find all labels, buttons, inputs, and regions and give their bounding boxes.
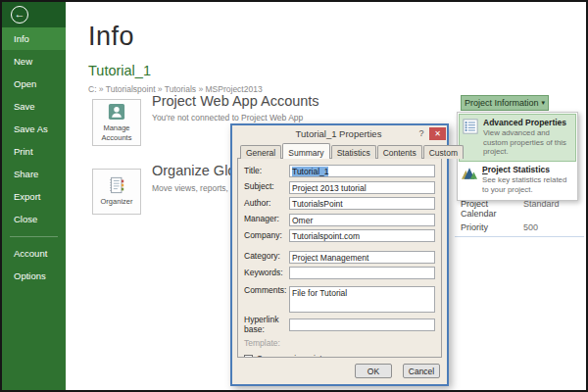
company-input[interactable]: Tutorialspoint.com — [289, 229, 435, 242]
tab-statistics[interactable]: Statistics — [331, 145, 376, 159]
section-heading-web-app: Project Web App Accounts — [152, 93, 319, 109]
field-keywords: Keywords: — [244, 267, 435, 279]
stat-priority: Priority 500 — [461, 222, 584, 232]
back-arrow-icon: ← — [15, 8, 25, 20]
sidebar-item-account[interactable]: Account — [2, 242, 66, 265]
title-input[interactable]: Tutorial_1 — [289, 165, 435, 177]
person-icon — [108, 103, 125, 121]
back-band: ← — [2, 2, 66, 27]
manage-accounts-label: Manage Accounts — [93, 123, 140, 142]
hyperlink-base-input[interactable] — [289, 318, 435, 331]
field-title: Title: Tutorial_1 — [244, 165, 435, 177]
field-category: Category: Project Management — [244, 251, 435, 264]
dropdown-caret-icon: ▾ — [542, 99, 546, 107]
sidebar-item-print[interactable]: Print — [2, 140, 66, 163]
cancel-button[interactable]: Cancel — [403, 364, 440, 378]
field-company: Company: Tutorialspoint.com — [244, 229, 435, 242]
dialog-titlebar[interactable]: Tutorial_1 Properties ? ✕ — [232, 125, 447, 141]
project-information-button[interactable]: Project Information ▾ — [461, 95, 549, 111]
project-information-menu: Advanced Properties View advanced and cu… — [457, 112, 578, 201]
manage-accounts-button[interactable]: Manage Accounts — [92, 99, 141, 146]
project-statistics-title: Project Statistics — [482, 165, 573, 174]
field-subject: Subject: Project 2013 tutorial — [244, 181, 435, 194]
close-icon[interactable]: ✕ — [429, 127, 446, 140]
stat-project-calendar: Project Calendar Standard — [461, 199, 584, 219]
organizer-button[interactable]: Organizer — [92, 169, 141, 215]
dialog-title: Tutorial_1 Properties — [262, 128, 416, 139]
sidebar-item-options[interactable]: Options — [2, 265, 66, 287]
ok-button[interactable]: OK — [355, 364, 392, 378]
sidebar-divider — [10, 236, 58, 237]
advanced-properties-desc: View advanced and custom properties of t… — [483, 128, 572, 157]
back-button[interactable]: ← — [11, 6, 28, 24]
properties-dialog: Tutorial_1 Properties ? ✕ General Summar… — [230, 123, 449, 386]
keywords-input[interactable] — [289, 267, 435, 279]
field-manager: Manager: Omer — [244, 214, 435, 226]
category-input[interactable]: Project Management — [289, 251, 435, 264]
project-information-label: Project Information — [465, 98, 539, 108]
sidebar-item-open[interactable]: Open — [2, 73, 66, 95]
field-comments: Comments: File for Tutorial — [244, 286, 435, 313]
sidebar-item-save-as[interactable]: Save As — [2, 118, 66, 140]
menu-item-project-statistics[interactable]: Project Statistics See key statistics re… — [459, 162, 576, 198]
tab-custom[interactable]: Custom — [423, 145, 464, 159]
notebook-icon — [108, 176, 125, 194]
statistics-mountains-icon — [462, 165, 478, 194]
help-button[interactable]: ? — [416, 128, 427, 138]
menu-item-advanced-properties[interactable]: Advanced Properties View advanced and cu… — [459, 114, 576, 162]
manager-input[interactable]: Omer — [289, 214, 435, 226]
sidebar-nav: Info New Open Save Save As Print Share E… — [2, 27, 66, 287]
field-author: Author: TutorialsPoint — [244, 197, 435, 210]
tab-summary[interactable]: Summary — [282, 143, 329, 159]
page-title: Info — [88, 22, 134, 52]
sidebar-item-export[interactable]: Export — [2, 185, 66, 208]
field-hyperlink-base: Hyperlink base: — [244, 316, 435, 335]
sidebar-item-share[interactable]: Share — [2, 163, 66, 185]
comments-input[interactable]: File for Tutorial — [289, 286, 435, 313]
sidebar-item-new[interactable]: New — [2, 50, 66, 73]
section-desc-web-app: You're not connected to Project Web App — [152, 113, 303, 122]
properties-sheet-icon — [463, 118, 479, 157]
backstage-sidebar: ← Info New Open Save Save As Print Share… — [2, 2, 66, 390]
project-statistics-desc: See key statistics related to your proje… — [482, 175, 573, 194]
sidebar-item-info[interactable]: Info — [2, 27, 66, 50]
project-name: Tutorial_1 — [88, 63, 151, 78]
organizer-label: Organizer — [101, 197, 133, 206]
sidebar-item-close[interactable]: Close — [2, 208, 66, 230]
dialog-tabs: General Summary Statistics Contents Cust… — [237, 143, 442, 159]
template-label: Template: — [244, 338, 435, 348]
author-input[interactable]: TutorialsPoint — [289, 197, 435, 210]
tab-general[interactable]: General — [240, 145, 281, 159]
app-window: ← Info New Open Save Save As Print Share… — [0, 0, 588, 392]
subject-input[interactable]: Project 2013 tutorial — [289, 181, 435, 194]
tab-contents[interactable]: Contents — [377, 145, 422, 159]
advanced-properties-title: Advanced Properties — [483, 118, 572, 127]
summary-tab-panel: Title: Tutorial_1 Subject: Project 2013 … — [237, 158, 442, 358]
sidebar-item-save[interactable]: Save — [2, 95, 66, 118]
